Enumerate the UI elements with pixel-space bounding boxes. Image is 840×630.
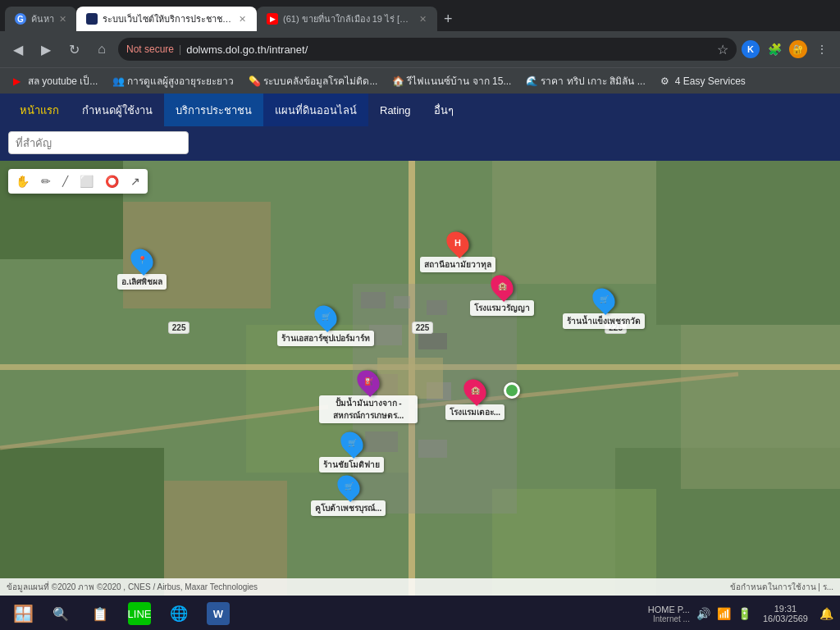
site-search-bar [0, 126, 840, 161]
svg-rect-19 [369, 325, 402, 345]
tray-action-center[interactable]: 🔔 [819, 607, 833, 620]
marker-shop-lower[interactable]: 🛒 ร้านชัยโมดิฟาย [319, 431, 384, 472]
site-nav-other[interactable]: อื่นๆ [422, 94, 465, 126]
bookmark-medical-label: ระบบคลังข้อมูลโรคไม่ติด... [263, 73, 377, 89]
tab-close-youtube[interactable]: ✕ [419, 14, 427, 25]
marker-hotel-1-label: โรงแรมวรัญญา [470, 300, 534, 316]
map-tool-pen[interactable]: ✏ [37, 172, 55, 190]
bookmark-home-label: รีไฟแนนซ์บ้าน จาก 15... [407, 73, 511, 89]
svg-rect-20 [418, 333, 447, 349]
bookmark-home[interactable]: 🏠 รีไฟแนนซ์บ้าน จาก 15... [386, 71, 518, 90]
website-content: หน้าแรก กำหนดผู้ใช้งาน บริการประชาชน แผน… [0, 94, 840, 596]
site-nav-map[interactable]: แผนที่ดินออนไลน์ [263, 94, 368, 126]
tray-sound[interactable]: 🔊 [696, 607, 710, 620]
taskbar-search[interactable]: 🔍 [43, 599, 79, 628]
road-label-225-left: 225 [168, 322, 190, 334]
tab-close-search[interactable]: ✕ [59, 14, 66, 25]
taskbar: 🪟 🔍 📋 LINE 🌐 W HOME P... Internet ... 🔊 … [0, 596, 840, 630]
marker-hotel-2[interactable]: 🏨 โรงแรมเตอะ... [445, 378, 504, 420]
marker-ice-shop[interactable]: 🛒 ร้านน้ำแข็งเพชรกวัด [563, 287, 645, 329]
tray-clock: 19:31 16/03/2569 [758, 604, 813, 623]
address-input[interactable] [186, 43, 712, 56]
map-tool-arrow[interactable]: ↗ [126, 172, 144, 190]
marker-supermart-label: ร้านเอสอาร์ซุปเปอร์มาร์ท [277, 331, 374, 346]
svg-rect-17 [394, 296, 410, 308]
svg-rect-9 [681, 325, 840, 489]
bookmark-home-icon: 🏠 [392, 75, 404, 87]
marker-location-1[interactable]: 📍 อ.เลิศพิชผล [117, 248, 167, 290]
address-bar-row: ◀ ▶ ↻ ⌂ Not secure | ☆ K 🧩 🔐 ⋮ [0, 31, 840, 67]
site-nav-home[interactable]: หน้าแรก [8, 94, 71, 126]
map-tool-hand[interactable]: ✋ [11, 172, 34, 190]
bookmark-youtube-icon: ▶ [13, 75, 25, 87]
site-nav-rating[interactable]: Rating [368, 94, 422, 126]
bookmark-elderly[interactable]: 👥 การดูแลผู้สูงอายุระยะยาว [106, 71, 240, 90]
marker-gas[interactable]: ⛽ ปั้มน้ำมันบางจาก - สหกรณ์การเกษตร... [319, 369, 418, 423]
back-button[interactable]: ◀ [7, 38, 30, 61]
marker-supermart[interactable]: 🛒 ร้านเอสอาร์ซุปเปอร์มาร์ท [277, 304, 374, 346]
marker-location-1-label: อ.เลิศพิชผล [117, 274, 167, 290]
new-tab-button[interactable]: + [437, 11, 459, 28]
tab-intranet[interactable]: ระบบเว็บไซต์ให้บริการประชาชน : กรม... ✕ [76, 7, 257, 31]
map-attribution: ข้อมูลแผนที่ ©2020 ภาพ ©2020 , CNES / Ai… [0, 578, 840, 596]
map-attribution-right: ข้อกำหนดในการใช้งาน | ร... [730, 581, 834, 593]
tab-search[interactable]: G ค้นหา ✕ [5, 7, 76, 31]
svg-rect-24 [418, 440, 447, 458]
system-tray: HOME P... Internet ... 🔊 📶 🔋 19:31 16/03… [648, 604, 833, 623]
bookmark-youtube-label: สล youtube เป็... [28, 73, 98, 89]
bookmark-medical[interactable]: 💊 ระบบคลังข้อมูลโรคไม่ติด... [242, 71, 384, 90]
chrome-menu-button[interactable]: ⋮ [810, 38, 833, 61]
taskbar-chrome[interactable]: 🌐 [161, 599, 197, 628]
site-nav-users[interactable]: กำหนดผู้ใช้งาน [71, 94, 164, 126]
forward-button[interactable]: ▶ [34, 38, 57, 61]
tray-network: HOME P... Internet ... [648, 605, 690, 623]
tab-intranet-label: ระบบเว็บไซต์ให้บริการประชาชน : กรม... [103, 11, 234, 26]
marker-gas-label: ปั้มน้ำมันบางจาก - สหกรณ์การเกษตร... [319, 395, 418, 423]
bookmark-medical-icon: 💊 [249, 75, 260, 87]
browser-window: G ค้นหา ✕ ระบบเว็บไซต์ให้บริการประชาชน :… [0, 0, 840, 596]
tray-wifi[interactable]: 📶 [717, 607, 731, 620]
bookmark-trip-icon: 🌊 [526, 75, 537, 87]
profile-icon-2[interactable]: 🔐 [789, 40, 807, 58]
bookmark-easy-services-icon: ⚙ [660, 75, 672, 87]
not-secure-label: Not secure [126, 43, 174, 55]
svg-rect-6 [492, 161, 656, 284]
site-nav-services[interactable]: บริการประชาชน [164, 94, 263, 126]
tab-bar: G ค้นหา ✕ ระบบเว็บไซต์ให้บริการประชาชน :… [0, 0, 840, 31]
bookmark-trip[interactable]: 🌊 ราคา ทริป เกาะ สิมิลัน ... [519, 71, 651, 90]
tray-battery[interactable]: 🔋 [737, 607, 751, 620]
profile-icon-1[interactable]: K [742, 40, 760, 58]
svg-rect-3 [0, 448, 164, 596]
site-search-input[interactable] [8, 131, 189, 154]
marker-kubota[interactable]: 🛒 คูโบต้าเพชรบุรณ์... [311, 474, 386, 516]
tab-search-label: ค้นหา [31, 11, 54, 26]
tray-network-label: HOME P... [648, 605, 690, 614]
taskbar-line[interactable]: LINE [121, 599, 158, 628]
bookmark-elderly-icon: 👥 [112, 75, 124, 87]
bookmark-star-icon[interactable]: ☆ [717, 42, 728, 57]
map-tool-line[interactable]: ╱ [58, 172, 72, 190]
map-tool-circle[interactable]: ⭕ [101, 172, 123, 190]
road-label-225-center: 225 [412, 322, 434, 334]
reload-button[interactable]: ↻ [62, 38, 85, 61]
extensions-button[interactable]: 🧩 [763, 38, 786, 61]
site-nav: หน้าแรก กำหนดผู้ใช้งาน บริการประชาชน แผน… [0, 94, 840, 126]
bookmark-easy-services[interactable]: ⚙ 4 Easy Services [654, 74, 752, 89]
bookmark-trip-label: ราคา ทริป เกาะ สิมิลัน ... [541, 73, 645, 89]
map-container[interactable]: ✋ ✏ ╱ ⬜ ⭕ ↗ 225 225 225 H สถานีอนามัยวาท… [0, 161, 840, 596]
taskbar-taskview[interactable]: 📋 [82, 599, 118, 628]
marker-hotel-1[interactable]: 🏨 โรงแรมวรัญญา [470, 274, 534, 316]
taskbar-word[interactable]: W [200, 599, 236, 628]
marker-hospital[interactable]: H สถานีอนามัยวาทุล [420, 231, 495, 272]
bookmark-youtube[interactable]: ▶ สล youtube เป็... [7, 71, 104, 90]
marker-hospital-label: สถานีอนามัยวาทุล [420, 257, 495, 272]
tray-network-sub: Internet ... [648, 614, 690, 623]
home-button[interactable]: ⌂ [90, 38, 113, 61]
bookmarks-bar: ▶ สล youtube เป็... 👥 การดูแลผู้สูงอายุร… [0, 67, 840, 94]
tab-close-intranet[interactable]: ✕ [239, 14, 246, 25]
tab-youtube[interactable]: ▶ (61) ขายที่นาใกล้เมือง 19 ไร่ [EP... ✕ [257, 7, 437, 31]
marker-hotel-2-label: โรงแรมเตอะ... [445, 404, 504, 420]
map-tool-rect[interactable]: ⬜ [75, 172, 98, 190]
marker-ice-shop-label: ร้านน้ำแข็งเพชรกวัด [563, 313, 645, 329]
start-button[interactable]: 🪟 [7, 600, 39, 627]
